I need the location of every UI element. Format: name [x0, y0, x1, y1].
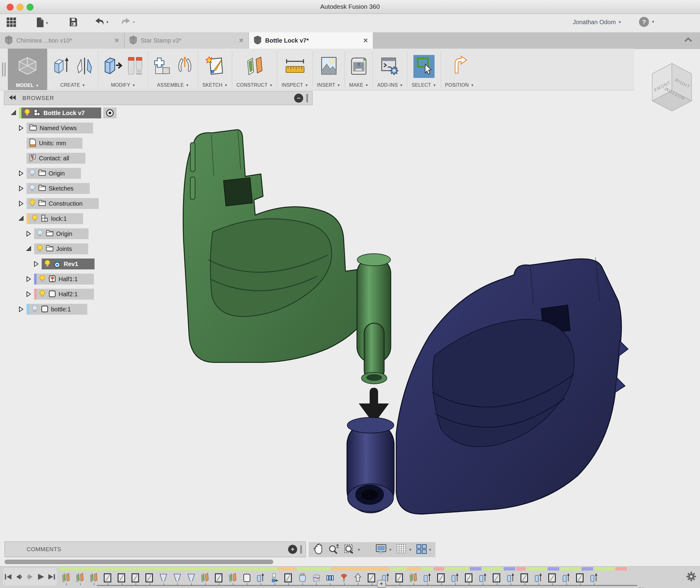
tree-item[interactable]: Construction: [27, 198, 99, 209]
ribbon-group-make[interactable]: MAKE▼: [345, 49, 373, 90]
go-to-start-button[interactable]: [3, 572, 13, 582]
visibility-bulb-icon[interactable]: [29, 169, 36, 178]
extrude-feature-icon[interactable]: [448, 571, 462, 584]
plane-feature-icon[interactable]: [406, 571, 420, 584]
extrude-feature-icon[interactable]: [531, 571, 545, 584]
zoom-window-button[interactable]: ▼: [342, 543, 362, 556]
tree-row[interactable]: Construction: [0, 198, 211, 209]
tree-item[interactable]: Half1:1: [34, 274, 94, 284]
tree-item[interactable]: Origin: [34, 228, 88, 239]
sketch-feature-icon[interactable]: [393, 571, 406, 584]
sketch-feature-icon[interactable]: [143, 571, 156, 584]
plane-feature-icon[interactable]: [226, 571, 240, 584]
pin-feature-icon[interactable]: [337, 571, 351, 584]
tree-item[interactable]: Units: mm: [27, 138, 82, 149]
tree-row[interactable]: Sketches: [0, 183, 211, 194]
close-tab-icon[interactable]: ✕: [363, 37, 368, 44]
app-launcher-button[interactable]: [6, 17, 17, 29]
pan-button[interactable]: [312, 542, 325, 557]
tree-item[interactable]: bottle:1: [27, 304, 87, 315]
sketch-feature-icon[interactable]: [434, 571, 448, 584]
extrude-feature-icon[interactable]: [254, 571, 268, 584]
ribbon-group-assemble[interactable]: ASSEMBLE▼: [148, 49, 198, 90]
sketch-feature-icon[interactable]: [281, 571, 295, 584]
sketch-feature-icon[interactable]: [101, 571, 115, 584]
body-feature-icon[interactable]: [240, 571, 254, 584]
grid-snap-button[interactable]: ▼: [395, 543, 413, 556]
extrude-feature-icon[interactable]: [476, 571, 490, 584]
position-feature-icon[interactable]: [351, 571, 365, 584]
tree-row[interactable]: lock:1: [0, 213, 211, 224]
workspace-selector-model[interactable]: MODEL▼: [8, 49, 47, 90]
add-comment-icon[interactable]: +: [288, 545, 297, 554]
form-feature-icon[interactable]: [295, 571, 309, 584]
extrude-feature-icon[interactable]: [420, 571, 434, 584]
ribbon-group-sketch[interactable]: SKETCH▼: [198, 49, 232, 90]
sketch-feature-icon[interactable]: [490, 571, 504, 584]
step-forward-button[interactable]: [25, 572, 35, 582]
tree-item[interactable]: Bottle Lock v7: [19, 108, 101, 118]
ribbon-grip-handle[interactable]: [0, 49, 8, 90]
extrude-feature-icon[interactable]: [587, 571, 601, 584]
tree-item[interactable]: Half2:1: [34, 289, 94, 300]
tree-row[interactable]: Units: mm: [0, 138, 211, 149]
sketch-feature-icon[interactable]: [518, 571, 531, 584]
sketch-feature-icon[interactable]: [115, 571, 129, 584]
panel-resize-handle[interactable]: [306, 94, 308, 102]
tree-row[interactable]: Rev1: [0, 259, 211, 269]
activate-component-radio[interactable]: [103, 108, 117, 118]
user-account-menu[interactable]: Jonathan Odom ▼: [573, 19, 621, 26]
sketch-feature-icon[interactable]: [129, 571, 143, 584]
revolve-feature-icon[interactable]: [184, 571, 198, 584]
ribbon-group-inspect[interactable]: INSPECT▼: [277, 49, 313, 90]
tree-row[interactable]: Origin: [0, 228, 211, 239]
expand-arrow-icon[interactable]: [33, 261, 40, 267]
timeline-settings-gear-icon[interactable]: [686, 571, 697, 583]
collapse-arrow-icon[interactable]: [10, 110, 17, 116]
visibility-bulb-icon[interactable]: [31, 214, 38, 223]
visibility-bulb-icon[interactable]: [31, 305, 38, 314]
comments-bar[interactable]: COMMENTS +: [5, 541, 306, 557]
lock-half1-green-body[interactable]: [183, 130, 391, 384]
browser-panel-header[interactable]: BROWSER −: [4, 91, 313, 105]
revolve-feature-icon[interactable]: [170, 571, 184, 584]
undo-button[interactable]: ▼: [94, 17, 109, 27]
viewports-button[interactable]: ▼: [415, 543, 433, 556]
display-settings-button[interactable]: ▼: [374, 543, 393, 556]
sketch-feature-icon[interactable]: [545, 571, 559, 584]
hinge-peg[interactable]: [361, 323, 387, 384]
tree-row[interactable]: Half2:1: [0, 289, 211, 300]
ribbon-group-construct[interactable]: CONSTRUCT▼: [232, 49, 277, 90]
expand-arrow-icon[interactable]: [18, 170, 24, 177]
sketch-feature-icon[interactable]: [573, 571, 587, 584]
expand-arrow-icon[interactable]: [18, 306, 24, 313]
tree-item[interactable]: Origin: [27, 168, 81, 179]
expand-arrow-icon[interactable]: [25, 291, 32, 297]
tree-row[interactable]: Named Views: [0, 123, 211, 133]
redo-button[interactable]: ▼: [121, 17, 136, 27]
expand-arrow-icon[interactable]: [18, 185, 24, 192]
tab-bottle-lock[interactable]: Bottle Lock v7* ✕: [249, 32, 373, 49]
help-menu[interactable]: ? ▼: [639, 17, 655, 27]
step-back-button[interactable]: [14, 572, 24, 582]
close-tab-icon[interactable]: ✕: [114, 37, 119, 44]
file-menu-button[interactable]: ▼: [36, 17, 49, 29]
pattern-feature-icon[interactable]: [323, 571, 337, 584]
tree-row[interactable]: Half1:1: [0, 274, 211, 284]
panel-resize-handle[interactable]: [300, 545, 302, 554]
save-button[interactable]: [69, 17, 78, 28]
collapse-toolbar-chevron-icon[interactable]: [683, 37, 693, 44]
play-button[interactable]: [36, 572, 46, 582]
visibility-bulb-icon[interactable]: [39, 290, 46, 299]
visibility-bulb-icon[interactable]: [37, 244, 43, 254]
tree-item[interactable]: Joints: [34, 243, 88, 254]
close-tab-icon[interactable]: ✕: [239, 37, 244, 44]
derive-feature-icon[interactable]: [268, 571, 281, 584]
plane-feature-icon[interactable]: [198, 571, 212, 584]
ribbon-group-create[interactable]: CREATE▼: [47, 49, 98, 90]
tree-item[interactable]: Contact: all: [27, 153, 85, 164]
timeline-scrubber-handle[interactable]: +: [377, 580, 386, 588]
expand-arrow-icon[interactable]: [18, 125, 24, 131]
collapse-arrow-icon[interactable]: [25, 246, 32, 252]
go-to-end-button[interactable]: [47, 572, 56, 582]
